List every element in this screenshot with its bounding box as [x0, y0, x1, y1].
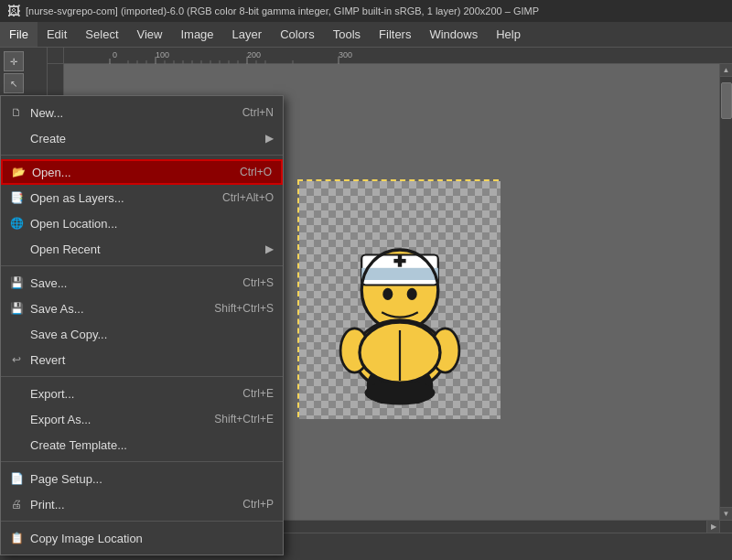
- menu-item-create[interactable]: Create ▶: [1, 125, 283, 151]
- svg-point-48: [382, 288, 393, 300]
- scrollbar-right[interactable]: ▲ ▼: [719, 64, 732, 520]
- main-area: ✛ ↖ ⬚ ○ ✏ 🪣 T 🔍 0 100: [0, 48, 732, 533]
- menu-windows[interactable]: Windows: [420, 22, 487, 47]
- tool-button[interactable]: ✛: [4, 51, 24, 71]
- menu-item-revert[interactable]: ↩ Revert: [1, 347, 283, 372]
- menu-item-export-as[interactable]: Export As... Shift+Ctrl+E: [1, 406, 283, 432]
- submenu-arrow: ▶: [265, 132, 274, 145]
- open-recent-icon: [8, 241, 25, 257]
- menu-image[interactable]: Image: [171, 22, 222, 47]
- menu-item-open-layers[interactable]: 📑 Open as Layers... Ctrl+Alt+O: [1, 185, 283, 210]
- app-icon: 🖼: [7, 4, 20, 18]
- menu-item-save[interactable]: 💾 Save... Ctrl+S: [1, 270, 283, 296]
- menu-bar: File Edit Select View Image Layer Colors…: [0, 22, 732, 48]
- scrollbar-corner: [719, 520, 732, 533]
- scroll-up-arrow[interactable]: ▲: [720, 64, 732, 77]
- create-template-icon: [8, 436, 25, 453]
- submenu-arrow-recent: ▶: [265, 242, 274, 255]
- menu-item-save-as[interactable]: 💾 Save As... Shift+Ctrl+S: [1, 296, 283, 321]
- tool-button[interactable]: ↖: [4, 73, 24, 93]
- svg-text:200: 200: [247, 50, 261, 59]
- save-icon: 💾: [8, 275, 25, 291]
- menu-select[interactable]: Select: [76, 22, 127, 47]
- copy-location-icon: 📋: [8, 530, 25, 546]
- scroll-down-arrow[interactable]: ▼: [720, 507, 732, 520]
- scrollbar-right-thumb[interactable]: [721, 82, 732, 119]
- nurse-image: [299, 181, 501, 419]
- page-setup-icon: 📄: [8, 470, 25, 487]
- revert-icon: ↩: [8, 351, 25, 368]
- svg-rect-45: [361, 268, 438, 280]
- ruler-corner: [48, 48, 64, 64]
- menu-edit[interactable]: Edit: [38, 22, 76, 47]
- svg-text:300: 300: [339, 50, 352, 59]
- menu-item-export[interactable]: Export... Ctrl+E: [1, 381, 283, 406]
- menu-colors[interactable]: Colors: [271, 22, 324, 47]
- menu-item-copy-location[interactable]: 📋 Copy Image Location: [1, 525, 283, 551]
- menu-help[interactable]: Help: [487, 22, 530, 47]
- export-icon: [8, 385, 25, 402]
- menu-view[interactable]: View: [128, 22, 172, 47]
- menu-section-1: 🗋 New... Ctrl+N Create ▶: [1, 96, 283, 156]
- svg-rect-47: [398, 255, 402, 267]
- menu-item-create-template[interactable]: Create Template...: [1, 432, 283, 458]
- open-layers-icon: 📑: [8, 189, 25, 206]
- scroll-right-arrow[interactable]: ▶: [706, 521, 719, 533]
- menu-file[interactable]: File: [0, 22, 38, 47]
- menu-section-5: 📄 Page Setup... 🖨 Print... Ctrl+P: [1, 462, 283, 522]
- menu-filters[interactable]: Filters: [370, 22, 420, 47]
- menu-layer[interactable]: Layer: [223, 22, 272, 47]
- menu-item-open[interactable]: 📂 Open... Ctrl+O: [1, 159, 283, 185]
- menu-item-print[interactable]: 🖨 Print... Ctrl+P: [1, 491, 283, 517]
- menu-tools[interactable]: Tools: [324, 22, 370, 47]
- menu-section-2: 📂 Open... Ctrl+O 📑 Open as Layers... Ctr…: [1, 156, 283, 266]
- menu-section-4: Export... Ctrl+E Export As... Shift+Ctrl…: [1, 377, 283, 462]
- menu-item-open-location[interactable]: 🌐 Open Location...: [1, 210, 283, 236]
- file-menu-dropdown: 🗋 New... Ctrl+N Create ▶ 📂 Open... Ctrl+…: [0, 95, 284, 555]
- menu-item-new[interactable]: 🗋 New... Ctrl+N: [1, 100, 283, 125]
- svg-text:100: 100: [156, 50, 169, 59]
- menu-item-save-copy[interactable]: Save a Copy...: [1, 321, 283, 347]
- menu-section-3: 💾 Save... Ctrl+S 💾 Save As... Shift+Ctrl…: [1, 266, 283, 377]
- menu-item-open-recent[interactable]: Open Recent ▶: [1, 236, 283, 262]
- menu-item-page-setup[interactable]: 📄 Page Setup...: [1, 466, 283, 491]
- title-text: [nurse-svgrepo-com] (imported)-6.0 (RGB …: [26, 5, 539, 16]
- menu-section-6: 📋 Copy Image Location: [1, 522, 283, 555]
- title-bar: 🖼 [nurse-svgrepo-com] (imported)-6.0 (RG…: [0, 0, 732, 22]
- save-copy-icon: [8, 326, 25, 342]
- create-icon: [8, 130, 25, 146]
- open-folder-icon: 📂: [10, 164, 27, 180]
- new-icon: 🗋: [8, 104, 25, 121]
- svg-text:0: 0: [113, 50, 117, 59]
- svg-point-57: [365, 381, 436, 404]
- svg-point-49: [407, 288, 417, 300]
- save-as-icon: 💾: [8, 300, 25, 317]
- export-as-icon: [8, 411, 25, 427]
- ruler-horizontal: 0 100 200 300: [64, 48, 732, 64]
- open-location-icon: 🌐: [8, 215, 25, 232]
- print-icon: 🖨: [8, 496, 25, 512]
